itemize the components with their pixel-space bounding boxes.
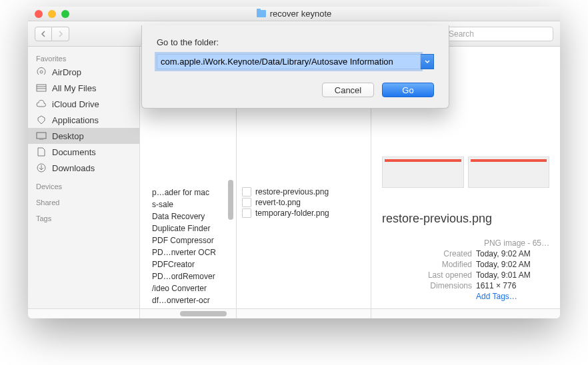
meta-dimensions-label: Dimensions (412, 281, 472, 290)
scrollbar-thumb[interactable] (180, 311, 227, 316)
go-to-folder-sheet: Go to the folder: com.apple.iWork.Keynot… (141, 25, 449, 109)
file-label: temporary-folder.png (255, 208, 329, 218)
meta-modified-label: Modified (412, 260, 472, 269)
sidebar-item-documents[interactable]: Documents (28, 144, 139, 160)
list-item[interactable]: Data Recovery (152, 210, 236, 222)
list-item[interactable]: Duplicate Finder (152, 222, 236, 234)
applications-icon (36, 115, 47, 125)
list-item[interactable]: df…onverter-ocr (152, 294, 236, 306)
preview-thumbnail (382, 157, 549, 188)
meta-created-label: Created (412, 249, 472, 258)
sidebar-header-favorites: Favorites (28, 52, 139, 64)
sidebar-item-label: Applications (52, 115, 99, 125)
file-icon (242, 187, 251, 196)
go-button[interactable]: Go (382, 83, 434, 97)
preview-filename: restore-previous.png (382, 212, 549, 226)
close-icon[interactable] (35, 10, 43, 18)
forward-button[interactable] (52, 27, 69, 41)
list-item[interactable]: /ideo Converter (152, 282, 236, 294)
file-label: revert-to.png (255, 198, 301, 207)
sidebar-item-label: Desktop (52, 131, 84, 141)
meta-dimensions-value: 1611 × 776 (476, 281, 549, 290)
list-item[interactable]: PDFCreator (152, 258, 236, 270)
list-item[interactable]: revert-to.png (237, 197, 371, 208)
sidebar-header-tags: Tags (28, 212, 139, 224)
finder-window: recover keynote (28, 7, 560, 318)
sidebar-item-desktop[interactable]: Desktop (28, 128, 139, 144)
minimize-icon[interactable] (48, 10, 56, 18)
list-item[interactable]: s-sale (152, 198, 236, 210)
sidebar-header-devices: Devices (28, 180, 139, 192)
sidebar-header-shared: Shared (28, 196, 139, 208)
scrollbar-thumb[interactable] (228, 180, 233, 220)
window-controls (35, 10, 69, 18)
sidebar: Favorites AirDrop All My Files iCloud Dr… (28, 47, 140, 308)
sidebar-item-downloads[interactable]: Downloads (28, 160, 139, 176)
cancel-button[interactable]: Cancel (322, 83, 374, 97)
svg-rect-24 (37, 85, 46, 91)
meta-opened-value: Today, 9:01 AM (476, 270, 549, 280)
desktop-icon (36, 131, 47, 141)
sheet-label: Go to the folder: (157, 37, 434, 47)
horizontal-scrollbar[interactable] (28, 308, 560, 318)
sidebar-item-label: Documents (52, 147, 96, 157)
svg-point-23 (40, 71, 43, 73)
list-item[interactable]: temporary-folder.png (237, 208, 371, 218)
sidebar-item-label: AirDrop (52, 67, 81, 77)
preview-meta: PNG image - 65… Created Today, 9:02 AM M… (382, 238, 549, 302)
file-icon (242, 198, 251, 207)
meta-opened-label: Last opened (412, 270, 472, 280)
list-item[interactable]: PD…ordRemover (152, 270, 236, 282)
titlebar: recover keynote (28, 7, 560, 21)
sidebar-item-applications[interactable]: Applications (28, 112, 139, 128)
folder-path-input[interactable]: com.apple.iWork.Keynote/Data/Library/Aut… (157, 54, 421, 69)
allfiles-icon (36, 83, 47, 93)
meta-modified-value: Today, 9:02 AM (476, 260, 549, 269)
add-tags-link[interactable]: Add Tags… (476, 292, 549, 301)
meta-subtitle: PNG image - 65… (382, 238, 549, 248)
file-label: restore-previous.png (255, 187, 329, 196)
meta-created-value: Today, 9:02 AM (476, 249, 549, 258)
sidebar-item-allfiles[interactable]: All My Files (28, 80, 139, 96)
documents-icon (36, 147, 47, 157)
zoom-icon[interactable] (61, 10, 69, 18)
folder-icon (257, 10, 266, 17)
file-icon (242, 208, 251, 218)
search-placeholder: Search (449, 29, 474, 39)
sidebar-item-label: All My Files (52, 83, 96, 93)
svg-rect-27 (37, 133, 46, 139)
cloud-icon (36, 99, 47, 109)
title-text: recover keynote (270, 9, 332, 19)
list-item[interactable]: PD…nverter OCR (152, 246, 236, 258)
downloads-icon (36, 163, 47, 173)
sidebar-item-airdrop[interactable]: AirDrop (28, 64, 139, 80)
sidebar-item-label: Downloads (52, 163, 95, 173)
sidebar-item-label: iCloud Drive (52, 99, 99, 109)
list-item[interactable]: p…ader for mac (152, 186, 236, 198)
history-dropdown-button[interactable] (421, 54, 434, 69)
nav-buttons (35, 27, 69, 41)
airdrop-icon (36, 67, 47, 77)
search-input[interactable]: Search (433, 27, 553, 41)
list-item[interactable]: PDF Compressor (152, 234, 236, 246)
window-title: recover keynote (28, 9, 560, 19)
back-button[interactable] (35, 27, 52, 41)
list-item[interactable]: restore-previous.png (237, 186, 371, 197)
sidebar-item-icloud[interactable]: iCloud Drive (28, 96, 139, 112)
list-item[interactable]: 4.52.09 PM.key (152, 306, 236, 308)
